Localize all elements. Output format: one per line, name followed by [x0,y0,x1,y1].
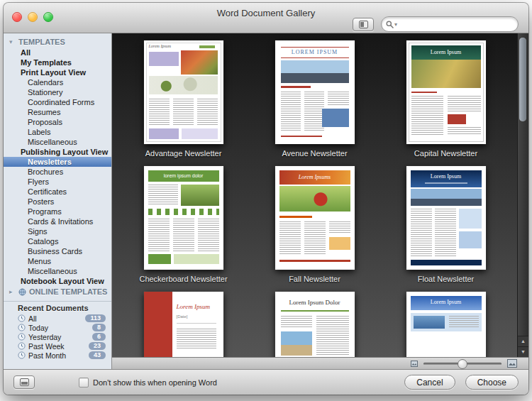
sidebar-item-miscellaneous-print[interactable]: Miscellaneous [4,137,111,147]
thumbnail-art: Lorem Ipsums [275,166,355,270]
count-badge: 6 [92,333,106,341]
clock-icon [18,333,26,341]
thumb-headline: lorem ipsum dolor [144,173,223,178]
thumbnail-art: Lorem Ipsum [Date] [144,292,223,357]
sidebar-item-coordinated-forms[interactable]: Coordinated Forms [4,97,111,107]
scroll-down-button[interactable]: ▼ [518,346,528,357]
sidebar-item-programs[interactable]: Programs [4,207,111,216]
globe-icon [18,288,26,296]
recent-item-label: Today [28,324,48,332]
template-label: Float Newsletter [401,275,491,283]
template-label: Avenue Newsletter [270,149,360,158]
sidebar-item-proposals[interactable]: Proposals [4,117,111,127]
template-card-float[interactable]: Lorem Ipsum Float Newsletter [401,166,491,283]
sidebar-item-miscellaneous-publishing[interactable]: Miscellaneous [4,266,111,276]
thumbnail-art: Lorem Ipsum [144,40,223,144]
sidebar-item-all[interactable]: All [4,48,111,57]
sidebar-item-resumes[interactable]: Resumes [4,107,111,117]
template-label: Advantage Newsletter [139,149,228,158]
template-label: Capital Newsletter [401,149,491,158]
media-browser-button[interactable] [353,18,374,31]
search-input[interactable] [399,19,514,29]
thumbnail-size-slider[interactable] [423,363,501,365]
clock-icon [18,351,26,359]
template-card-avenue[interactable]: LOREM IPSUM Avenue Newsletter [270,40,360,158]
sidebar-item-newsletters[interactable]: Newsletters [4,157,111,167]
sidebar-item-my-templates[interactable]: My Templates [4,57,111,67]
clock-icon [18,324,26,331]
template-card-capital[interactable]: Lorem Ipsum Capital Newsletter [401,40,491,158]
thumbnail-size-control [411,358,517,369]
panel-icon [359,21,368,28]
sidebar-item-calendars[interactable]: Calendars [4,77,111,87]
scrollbar-thumb[interactable] [519,38,526,121]
small-thumbnails-icon[interactable] [411,361,418,367]
search-menu-chevron-icon[interactable]: ▾ [394,21,397,28]
panel-icon [20,378,29,386]
template-card-9[interactable]: Lorem Ipsum [401,292,491,357]
sidebar-item-certificates[interactable]: Certificates [4,187,111,197]
thumb-headline: Lorem Ipsum Dolor [275,299,355,306]
dont-show-checkbox[interactable] [79,378,89,388]
main-area: Lorem Ipsum Advantage Newsletter [112,33,528,369]
thumb-subline: [Date] [177,314,188,319]
gallery-toggle-button[interactable] [13,375,35,389]
large-thumbnails-icon[interactable] [507,359,517,368]
template-card-7[interactable]: Lorem Ipsum [Date] [139,292,228,357]
template-card-checkerboard[interactable]: lorem ipsum dolor Checkerboard Newslette… [139,166,228,283]
thumb-headline: Lorem Ipsum [406,49,486,55]
recent-item-all[interactable]: All 113 [4,314,111,323]
count-badge: 113 [85,314,106,322]
template-card-fall[interactable]: Lorem Ipsums Fall Newsletter [270,166,360,283]
sidebar-item-flyers[interactable]: Flyers [4,177,111,187]
count-badge: 43 [89,351,106,359]
sidebar-item-signs[interactable]: Signs [4,226,111,236]
sidebar-item-brochures[interactable]: Brochures [4,167,111,177]
sidebar-item-posters[interactable]: Posters [4,197,111,207]
recent-item-today[interactable]: Today 8 [4,323,111,332]
sidebar-item-print-layout-view[interactable]: Print Layout View [4,67,111,77]
recent-item-label: Past Month [28,351,66,360]
thumb-headline: Lorem Ipsum [177,303,210,310]
thumbnail-art: Lorem Ipsum [406,292,486,357]
thumb-headline: Lorem Ipsums [275,174,355,180]
word-document-gallery-window: Word Document Gallery ▾ ▾ TEMPLATES All … [4,3,528,395]
recent-item-yesterday[interactable]: Yesterday 6 [4,332,111,341]
cancel-button[interactable]: Cancel [404,375,455,390]
title-bar[interactable]: Word Document Gallery ▾ [4,3,528,33]
sidebar-item-business-cards[interactable]: Business Cards [4,246,111,256]
dont-show-label: Don't show this when opening Word [93,378,217,387]
sidebar-item-labels[interactable]: Labels [4,127,111,137]
template-label: Fall Newsletter [270,275,360,283]
sidebar-item-menus[interactable]: Menus [4,256,111,266]
search-field[interactable]: ▾ [381,16,519,32]
disclosure-triangle-right-icon: ▸ [9,286,16,297]
titlebar-controls: ▾ [353,16,519,32]
thumbnail-art: Lorem Ipsum [406,166,486,270]
thumb-headline: Lorem Ipsum [406,299,486,305]
recent-item-past-week[interactable]: Past Week 23 [4,341,111,351]
thumb-headline: Lorem Ipsum [406,173,486,180]
template-card-advantage[interactable]: Lorem Ipsum Advantage Newsletter [139,40,228,158]
online-templates-header-label: ONLINE TEMPLATES [29,286,107,297]
gallery-scrollbar[interactable]: ▲ ▼ [517,33,528,357]
sidebar-item-notebook-layout-view[interactable]: Notebook Layout View [4,276,111,286]
dont-show-option[interactable]: Don't show this when opening Word [79,378,217,388]
sidebar-item-cards-invitations[interactable]: Cards & Invitations [4,216,111,226]
choose-button[interactable]: Choose [465,375,519,390]
online-templates-section-header[interactable]: ▸ ONLINE TEMPLATES [4,286,111,297]
template-card-8[interactable]: Lorem Ipsum Dolor [270,292,360,357]
disclosure-triangle-down-icon: ▾ [9,36,16,48]
recent-item-past-month[interactable]: Past Month 43 [4,351,111,360]
scroll-up-button[interactable]: ▲ [518,336,528,346]
template-label: Checkerboard Newsletter [139,275,228,283]
recent-item-label: All [28,314,37,323]
recent-item-label: Past Week [28,342,65,351]
templates-header-label: TEMPLATES [18,36,65,48]
templates-section-header[interactable]: ▾ TEMPLATES [4,36,111,48]
search-icon [386,21,394,28]
sidebar-item-catalogs[interactable]: Catalogs [4,236,111,246]
sidebar-item-stationery[interactable]: Stationery [4,87,111,97]
slider-thumb[interactable] [458,359,467,369]
sidebar-item-publishing-layout-view[interactable]: Publishing Layout View [4,147,111,157]
